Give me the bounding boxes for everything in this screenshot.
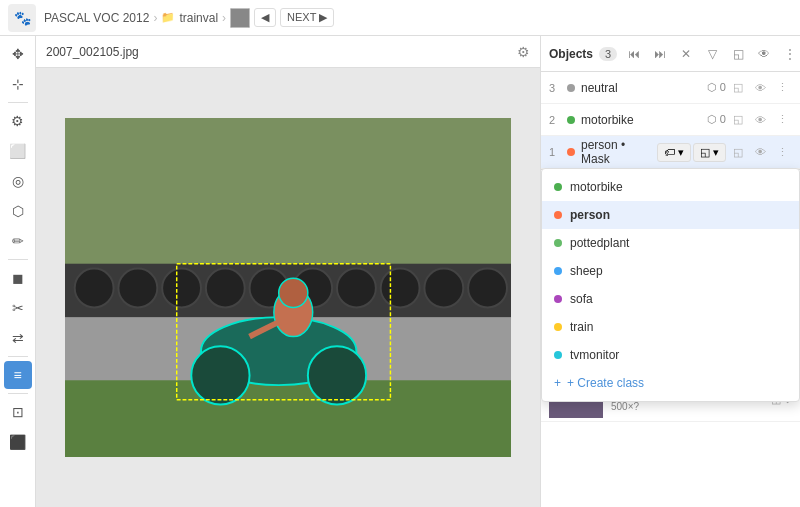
dropdown-label: motorbike [570, 180, 623, 194]
objects-header: Objects 3 ⏮ ⏭ ✕ ▽ ◱ 👁 ⋮ [541, 36, 800, 72]
create-class-btn[interactable]: + + Create class [542, 369, 799, 397]
last-btn[interactable]: ⏭ [649, 43, 671, 65]
tool-pen[interactable]: ✏ [4, 227, 32, 255]
left-toolbar: ✥ ⊹ ⚙ ⬜ ◎ ⬡ ✏ ◼ ✂ ⇄ ≡ ⊡ ⬛ [0, 36, 36, 507]
svg-point-16 [307, 346, 365, 404]
objects-header-icons: ⏮ ⏭ ✕ ▽ ◱ 👁 ⋮ [623, 43, 800, 65]
breadcrumb-sep1: › [153, 11, 157, 25]
obj-name: motorbike [581, 113, 701, 127]
person-row-inner[interactable]: 1 person • Mask 🏷 ▾ ◱ ▾ ◱ 👁 ⋮ [541, 136, 800, 168]
svg-point-18 [278, 278, 307, 307]
obj-color-dot [567, 148, 575, 156]
dropdown-item-sheep[interactable]: sheep [542, 257, 799, 285]
toolbar-sep2 [8, 259, 28, 260]
canvas-container[interactable] [36, 68, 540, 507]
dropdown-item-motorbike[interactable]: motorbike [542, 173, 799, 201]
svg-point-4 [118, 268, 157, 307]
remove-btn[interactable]: ✕ [675, 43, 697, 65]
dropdown-item-tvmonitor[interactable]: tvmonitor [542, 341, 799, 369]
obj-more-person[interactable]: ⋮ [772, 142, 792, 162]
image-meta: 500×? [611, 401, 763, 412]
class-dropdown: motorbike person pottedplant sheep [541, 168, 800, 402]
tool-tag[interactable]: ⬛ [4, 428, 32, 456]
first-btn[interactable]: ⏮ [623, 43, 645, 65]
obj-duplicate[interactable]: ◱ [728, 110, 748, 130]
obj-name-person: person • Mask [581, 138, 651, 166]
dropdown-label: person [570, 208, 610, 222]
folder-icon: 📁 [161, 11, 175, 24]
obj-icons: ⬡ 0 ◱ 👁 ⋮ [707, 78, 792, 98]
dropdown-dot [554, 183, 562, 191]
dropdown-dot [554, 239, 562, 247]
object-list: 3 neutral ⬡ 0 ◱ 👁 ⋮ 2 motorbike ⬡ 0 ◱ [541, 72, 800, 169]
tool-move[interactable]: ✥ [4, 40, 32, 68]
objects-title: Objects [549, 47, 593, 61]
dropdown-dot [554, 295, 562, 303]
tool-point[interactable]: ⊡ [4, 398, 32, 426]
dropdown-label: train [570, 320, 593, 334]
nav-prev-btn[interactable]: ◀ [254, 8, 276, 27]
breadcrumb: PASCAL VOC 2012 › 📁 trainval › ◀ NEXT ▶ [44, 8, 334, 28]
person-row: 1 person • Mask 🏷 ▾ ◱ ▾ ◱ 👁 ⋮ mo [541, 136, 800, 169]
tool-settings[interactable]: ⚙ [4, 107, 32, 135]
nav-next-btn[interactable]: NEXT ▶ [280, 8, 334, 27]
obj-more[interactable]: ⋮ [772, 78, 792, 98]
objects-count: 3 [599, 47, 617, 61]
tool-brush[interactable]: ≡ [4, 361, 32, 389]
obj-chip: ⬡ 0 [707, 113, 726, 126]
tag-label-btn[interactable]: 🏷 ▾ [657, 143, 691, 162]
right-panel: Objects 3 ⏮ ⏭ ✕ ▽ ◱ 👁 ⋮ 3 neutral ⬡ 0 [540, 36, 800, 507]
tool-select[interactable]: ⊹ [4, 70, 32, 98]
obj-num: 1 [549, 146, 561, 158]
mask-btn[interactable]: ◱ ▾ [693, 143, 726, 162]
obj-num: 2 [549, 114, 561, 126]
filter-btn[interactable]: ▽ [701, 43, 723, 65]
table-row[interactable]: 2 motorbike ⬡ 0 ◱ 👁 ⋮ [541, 104, 800, 136]
tool-fill[interactable]: ◼ [4, 264, 32, 292]
visibility-btn[interactable]: 👁 [753, 43, 775, 65]
breadcrumb-sep2: › [222, 11, 226, 25]
copy-btn[interactable]: ◱ [727, 43, 749, 65]
tool-merge[interactable]: ⇄ [4, 324, 32, 352]
obj-duplicate-person[interactable]: ◱ [728, 142, 748, 162]
table-row[interactable]: 3 neutral ⬡ 0 ◱ 👁 ⋮ [541, 72, 800, 104]
toolbar-sep3 [8, 356, 28, 357]
obj-visibility[interactable]: 👁 [750, 78, 770, 98]
canvas-area: 2007_002105.jpg ⚙ [36, 36, 540, 507]
obj-color-dot [567, 116, 575, 124]
dropdown-item-sofa[interactable]: sofa [542, 285, 799, 313]
dropdown-label: sheep [570, 264, 603, 278]
dropdown-item-pottedplant[interactable]: pottedplant [542, 229, 799, 257]
dropdown-dot [554, 211, 562, 219]
dropdown-label: pottedplant [570, 236, 629, 250]
svg-point-6 [205, 268, 244, 307]
tool-circle[interactable]: ◎ [4, 167, 32, 195]
obj-visibility-person[interactable]: 👁 [750, 142, 770, 162]
svg-point-11 [424, 268, 463, 307]
tool-polygon[interactable]: ⬡ [4, 197, 32, 225]
canvas-toolbar: 2007_002105.jpg ⚙ [36, 36, 540, 68]
dropdown-label: sofa [570, 292, 593, 306]
dropdown-item-person[interactable]: person [542, 201, 799, 229]
svg-rect-13 [65, 380, 512, 458]
obj-duplicate[interactable]: ◱ [728, 78, 748, 98]
svg-point-10 [380, 268, 419, 307]
main-layout: ✥ ⊹ ⚙ ⬜ ◎ ⬡ ✏ ◼ ✂ ⇄ ≡ ⊡ ⬛ 2007_002105.jp… [0, 36, 800, 507]
toolbar-sep4 [8, 393, 28, 394]
obj-visibility[interactable]: 👁 [750, 110, 770, 130]
obj-num: 3 [549, 82, 561, 94]
tool-rect[interactable]: ⬜ [4, 137, 32, 165]
svg-point-9 [337, 268, 376, 307]
toolbar-sep1 [8, 102, 28, 103]
person-actions: 🏷 ▾ ◱ ▾ ◱ 👁 ⋮ [657, 142, 792, 162]
canvas-settings-btn[interactable]: ⚙ [517, 44, 530, 60]
canvas-svg [65, 118, 512, 458]
obj-more[interactable]: ⋮ [772, 110, 792, 130]
svg-point-15 [191, 346, 249, 404]
dropdown-label: tvmonitor [570, 348, 619, 362]
subset-label: trainval [179, 11, 218, 25]
tool-cut[interactable]: ✂ [4, 294, 32, 322]
dropdown-item-train[interactable]: train [542, 313, 799, 341]
create-class-label: + Create class [567, 376, 644, 390]
more-btn[interactable]: ⋮ [779, 43, 800, 65]
